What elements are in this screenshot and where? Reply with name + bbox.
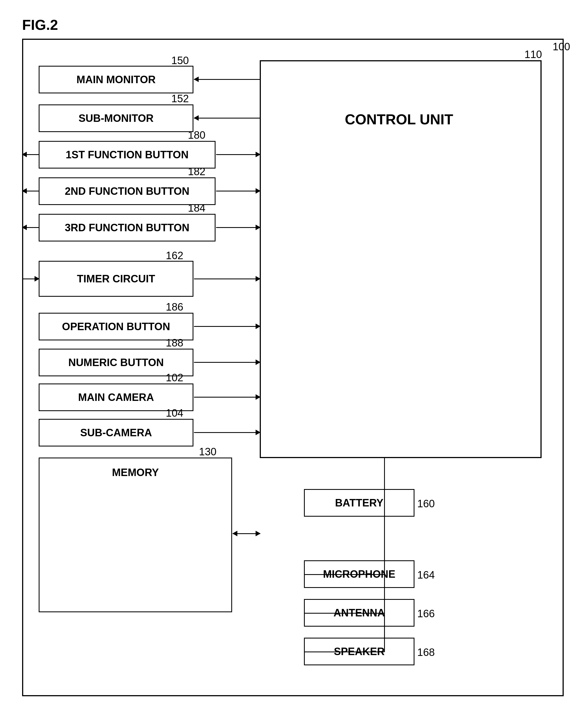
arrow-timer-right xyxy=(194,278,260,279)
ref-162: 162 xyxy=(166,250,183,261)
operation-button-box: OPERATION BUTTON xyxy=(39,313,193,340)
hline-antenna xyxy=(304,613,384,614)
fn-btn-3-box: 3RD FUNCTION BUTTON xyxy=(39,214,215,242)
memory-box: MEMORY xyxy=(39,458,232,612)
control-unit-label: CONTROL UNIT xyxy=(289,111,509,128)
figure-label: FIG.2 xyxy=(22,17,58,33)
arrow-memory xyxy=(233,533,260,534)
operation-button-label: OPERATION BUTTON xyxy=(62,321,170,333)
arrow-fn2-left xyxy=(22,191,39,191)
arrow-fn2-right xyxy=(216,191,260,191)
hline-micro xyxy=(304,574,384,575)
battery-box: BATTERY xyxy=(304,489,415,517)
main-monitor-label: MAIN MONITOR xyxy=(77,74,155,86)
fn-btn-1-label: 1ST FUNCTION BUTTON xyxy=(66,149,189,161)
arrow-sub-monitor xyxy=(194,118,260,119)
ref-130: 130 xyxy=(199,446,216,458)
ref-182: 182 xyxy=(188,166,205,177)
timer-circuit-label: TIMER CIRCUIT xyxy=(77,273,155,285)
ref-186: 186 xyxy=(166,301,183,313)
fn-btn-2-box: 2ND FUNCTION BUTTON xyxy=(39,177,215,205)
vline-micro xyxy=(384,489,385,583)
vline-antenna xyxy=(384,574,385,613)
vline-speaker xyxy=(384,613,385,652)
arrow-cam-right xyxy=(194,397,260,398)
arrow-num-right xyxy=(194,362,260,363)
hline-speaker xyxy=(304,651,384,652)
battery-label: BATTERY xyxy=(335,497,383,509)
main-camera-label: MAIN CAMERA xyxy=(78,392,154,403)
control-unit-box: CONTROL UNIT xyxy=(260,60,542,458)
timer-circuit-box: TIMER CIRCUIT xyxy=(39,261,193,297)
ref-160: 160 xyxy=(417,498,435,510)
ref-164: 164 xyxy=(417,569,435,581)
fn-btn-2-label: 2ND FUNCTION BUTTON xyxy=(65,185,189,197)
memory-label: MEMORY xyxy=(112,467,159,479)
sub-camera-label: SUB-CAMERA xyxy=(80,427,152,439)
ref-184: 184 xyxy=(188,202,205,214)
numeric-button-label: NUMERIC BUTTON xyxy=(68,357,164,369)
arrow-fn1-right xyxy=(216,154,260,155)
sub-monitor-label: SUB-MONITOR xyxy=(79,112,154,124)
arrow-timer-left xyxy=(22,278,39,279)
ref-104: 104 xyxy=(166,407,183,419)
ref-150: 150 xyxy=(171,55,189,67)
hline-battery xyxy=(304,489,384,490)
ref-102: 102 xyxy=(166,372,183,384)
ref-180: 180 xyxy=(188,129,205,141)
arrow-fn3-left xyxy=(22,227,39,228)
ref-168: 168 xyxy=(417,647,435,658)
arrow-fn1-left xyxy=(22,154,39,155)
fn-btn-1-box: 1ST FUNCTION BUTTON xyxy=(39,141,215,169)
sub-monitor-box: SUB-MONITOR xyxy=(39,104,193,132)
arrow-main-monitor xyxy=(194,79,260,80)
main-monitor-box: MAIN MONITOR xyxy=(39,66,193,93)
arrow-op-right xyxy=(194,326,260,327)
fn-btn-3-label: 3RD FUNCTION BUTTON xyxy=(65,222,189,234)
vline-battery xyxy=(384,458,385,489)
arrow-subcam-right xyxy=(194,432,260,433)
page: FIG.2 100 CONTROL UNIT 110 MAIN MONITOR … xyxy=(0,0,588,712)
ref-166: 166 xyxy=(417,608,435,620)
ref-152: 152 xyxy=(171,93,189,105)
ref-188: 188 xyxy=(166,337,183,349)
sub-camera-box: SUB-CAMERA xyxy=(39,419,193,446)
arrow-fn3-right xyxy=(216,227,260,228)
main-camera-box: MAIN CAMERA xyxy=(39,383,193,411)
ref-100: 100 xyxy=(553,41,570,53)
ref-110: 110 xyxy=(524,49,542,61)
